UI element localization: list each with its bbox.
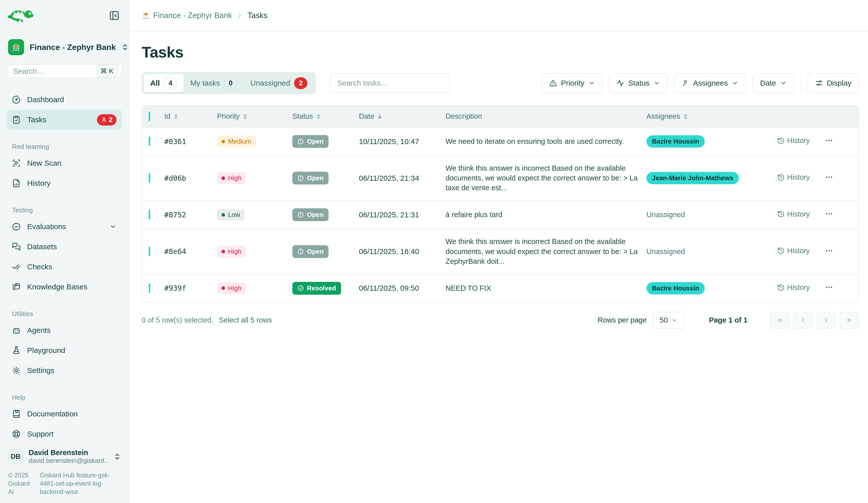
task-description: NEED TO FIX <box>446 283 640 293</box>
tab-my-tasks[interactable]: My tasks 0 <box>184 74 244 92</box>
flask-icon <box>12 346 21 355</box>
status-badge: Open <box>292 208 329 221</box>
chevron-down-icon <box>671 317 678 323</box>
history-link[interactable]: History <box>777 173 810 181</box>
chevrons-right-icon <box>846 317 853 324</box>
sidebar-item-label: Dashboard <box>27 95 116 104</box>
sidebar-item-tasks[interactable]: Tasks 2 <box>7 110 122 130</box>
sidebar-item-checks[interactable]: Checks <box>7 257 122 277</box>
sidebar-item-dashboard[interactable]: Dashboard <box>7 90 122 110</box>
chevrons-left-icon <box>776 317 783 324</box>
task-date: 06/11/2025, 21:34 <box>359 174 419 182</box>
task-date: 10/11/2025, 10:47 <box>359 137 419 146</box>
column-header-assignees[interactable]: Assignees <box>647 112 777 120</box>
assignee-pill: Bazire Houssin <box>647 282 705 294</box>
column-header-description: Description <box>446 112 647 120</box>
search-tasks-input[interactable]: Search tasks... <box>330 73 450 93</box>
sidebar-item-label: Agents <box>27 326 116 335</box>
column-header-date[interactable]: Date <box>359 112 446 120</box>
svg-text:$: $ <box>145 13 147 15</box>
task-id: #d06b <box>164 174 186 182</box>
priority-badge: High <box>217 246 246 258</box>
table-row[interactable]: #8e64 High Open 06/11/2025, 16:40 We thi… <box>142 229 859 274</box>
circle-check-icon <box>297 285 304 291</box>
sidebar-item-knowledge-bases[interactable]: Knowledge Bases <box>7 277 122 297</box>
triangle-alert-icon <box>549 79 557 87</box>
workspace-name: Finance - Zephyr Bank <box>30 43 116 52</box>
row-checkbox[interactable] <box>149 283 150 293</box>
user-name: David Berenstein <box>29 449 108 457</box>
column-header-status[interactable]: Status <box>292 112 359 120</box>
sidebar-item-history[interactable]: History <box>7 173 122 193</box>
sidebar-item-support[interactable]: Support <box>7 424 122 444</box>
assignees-filter-button[interactable]: Assignees <box>674 73 746 93</box>
sort-icon <box>173 114 179 119</box>
column-header-priority[interactable]: Priority <box>217 112 292 120</box>
toolbar-divider <box>801 74 801 92</box>
table-row[interactable]: #d06b High Open 06/11/2025, 21:34 We thi… <box>142 156 859 201</box>
workspace-selector[interactable]: $ Finance - Zephyr Bank <box>7 32 122 55</box>
select-all-rows-link[interactable]: Select all 5 rows <box>219 316 272 324</box>
history-link[interactable]: History <box>777 210 810 218</box>
bank-icon: $ <box>142 11 150 20</box>
date-filter-button[interactable]: Date <box>753 73 794 93</box>
row-checkbox[interactable] <box>149 247 150 256</box>
row-checkbox[interactable] <box>149 210 150 219</box>
circle-alert-icon <box>297 248 304 255</box>
rows-per-page-select[interactable]: 50 <box>652 312 685 329</box>
sidebar-item-documentation[interactable]: Documentation <box>7 404 122 424</box>
controls-row: All 4 My tasks 0 Unassigned 2 Search tas… <box>142 72 859 94</box>
display-button[interactable]: Display <box>808 73 859 93</box>
sidebar-item-new-scan[interactable]: New Scan <box>7 153 122 173</box>
table-row[interactable]: #0361 Medium Open 10/11/2025, 10:47 We n… <box>142 127 859 156</box>
user-menu[interactable]: DB David Berenstein david.berenstein@gis… <box>7 444 122 464</box>
row-menu-button[interactable] <box>825 173 833 181</box>
tasks-table: Id Priority Status <box>142 105 859 303</box>
sidebar-item-label: Checks <box>27 263 116 271</box>
avatar: DB <box>8 449 24 464</box>
arrow-down-icon <box>377 114 383 119</box>
status-filter-button[interactable]: Status <box>609 73 668 93</box>
row-menu-button[interactable] <box>825 210 833 218</box>
ellipsis-icon <box>825 283 833 292</box>
first-page-button[interactable] <box>770 312 789 329</box>
circle-alert-icon <box>297 212 304 218</box>
breadcrumb-workspace-link[interactable]: $ Finance - Zephyr Bank <box>142 11 232 20</box>
table-row[interactable]: #8752 Low Open 06/11/2025, 21:31 à refai… <box>142 201 859 229</box>
sidebar-search-input[interactable]: Search... ⌘ K <box>7 64 122 78</box>
sidebar-item-evaluations[interactable]: Evaluations <box>7 217 122 237</box>
sidebar-item-label: Documentation <box>27 410 116 418</box>
previous-page-button[interactable] <box>793 312 813 329</box>
task-id: #8e64 <box>164 247 186 256</box>
chevron-down-icon <box>780 80 787 86</box>
sidebar-item-settings[interactable]: Settings <box>7 360 122 380</box>
history-link[interactable]: History <box>777 137 810 145</box>
row-checkbox[interactable] <box>149 137 150 146</box>
table-row[interactable]: #939f High Resolved 06/11/2025, 09:50 NE… <box>142 274 859 302</box>
tab-unassigned[interactable]: Unassigned 2 <box>244 74 314 92</box>
last-page-button[interactable] <box>839 312 859 329</box>
sidebar-item-agents[interactable]: Agents <box>7 320 122 340</box>
row-checkbox[interactable] <box>149 173 150 183</box>
row-menu-button[interactable] <box>825 247 833 255</box>
history-link[interactable]: History <box>777 283 810 292</box>
column-header-id[interactable]: Id <box>164 112 217 120</box>
history-link[interactable]: History <box>777 247 810 255</box>
priority-filter-button[interactable]: Priority <box>542 73 602 93</box>
row-menu-button[interactable] <box>825 136 833 145</box>
tab-all[interactable]: All 4 <box>144 74 184 92</box>
sidebar-collapse-button[interactable] <box>107 9 121 22</box>
sidebar-item-datasets[interactable]: Datasets <box>7 237 122 257</box>
priority-badge: High <box>217 172 246 184</box>
file-chart-icon <box>12 179 21 188</box>
sidebar-item-label: Evaluations <box>27 222 103 231</box>
tab-my-tasks-count: 0 <box>224 77 237 89</box>
table-footer: 0 of 5 row(s) selected. Select all 5 row… <box>142 312 859 329</box>
bot-icon <box>12 326 21 335</box>
sidebar: $ Finance - Zephyr Bank Search... ⌘ K Da… <box>0 0 129 503</box>
priority-dot <box>221 213 225 217</box>
sidebar-item-playground[interactable]: Playground <box>7 340 122 360</box>
next-page-button[interactable] <box>816 312 836 329</box>
select-all-checkbox[interactable] <box>149 112 150 121</box>
row-menu-button[interactable] <box>825 283 833 292</box>
